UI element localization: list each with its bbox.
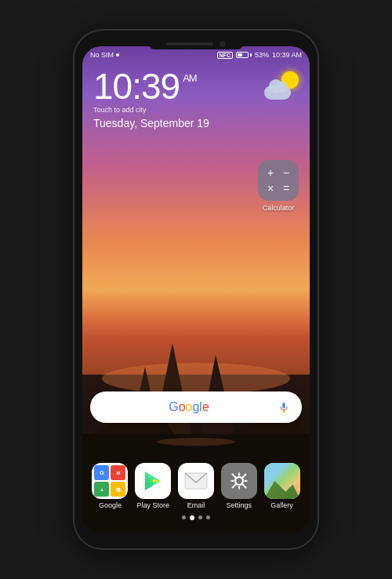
calc-minus: − [283, 167, 289, 178]
email-icon [178, 463, 214, 499]
status-left: No SIM [90, 51, 119, 59]
google-search-bar[interactable]: Google [90, 391, 302, 423]
page-dot-3[interactable] [206, 515, 210, 519]
mic-button[interactable] [277, 400, 291, 414]
calculator-app-icon[interactable]: + − × = Calculator [258, 160, 299, 212]
google-app-icon: G M ▲ ▣ [92, 463, 128, 499]
home-screen[interactable]: No SIM NFC 53% 10:39 AM [82, 46, 310, 533]
playstore-label: Play Store [136, 501, 169, 509]
calc-plus: + [267, 167, 274, 178]
svg-point-1 [102, 362, 290, 394]
battery-fill [238, 53, 242, 56]
gallery-app[interactable]: Gallery [264, 463, 300, 509]
phone-screen: No SIM NFC 53% 10:39 AM [82, 46, 310, 533]
settings-icon [221, 463, 257, 499]
email-label: Email [187, 501, 205, 509]
gallery-mountain [264, 481, 300, 499]
gmail-mini: M [111, 465, 125, 480]
battery-percent: 53% [255, 51, 269, 59]
top-bezel [149, 38, 243, 49]
clock-time-text: 10:39 [93, 68, 180, 104]
battery-icon [236, 52, 252, 58]
calc-equals: = [283, 183, 289, 194]
photos-mini: ▣ [111, 482, 125, 497]
cloud-icon [264, 86, 291, 100]
playstore-app[interactable]: Play Store [135, 463, 171, 509]
phone-device: No SIM NFC 53% 10:39 AM [74, 31, 318, 548]
email-app[interactable]: Email [178, 463, 214, 509]
front-camera [220, 41, 226, 47]
signal-indicator [116, 53, 119, 56]
weather-widget[interactable] [264, 71, 299, 100]
svg-point-8 [157, 438, 235, 446]
page-dot-1-active[interactable] [190, 515, 194, 520]
playstore-icon [135, 463, 171, 499]
calc-multiply: × [267, 183, 274, 194]
gallery-icon [264, 463, 300, 499]
page-dot-0[interactable] [182, 515, 186, 519]
gallery-thumbnail [264, 463, 300, 499]
status-right: NFC 53% 10:39 AM [217, 51, 302, 59]
google-letter-g2: g [192, 400, 199, 413]
gallery-label: Gallery [270, 501, 293, 509]
google-letter-o1: o [179, 400, 186, 413]
carrier-text: No SIM [90, 51, 114, 59]
calculator-icon: + − × = [258, 160, 299, 201]
battery-tip [250, 53, 252, 56]
status-time: 10:39 AM [272, 51, 302, 59]
speaker [166, 42, 213, 46]
google-g-mini: G [94, 465, 109, 480]
page-indicator [82, 515, 310, 520]
google-letter-g: G [169, 400, 178, 413]
clock-date: Tuesday, September 19 [93, 117, 209, 129]
weather-icon [264, 71, 299, 100]
settings-label: Settings [227, 501, 252, 509]
google-letter-e: e [202, 400, 209, 413]
svg-point-17 [235, 477, 243, 485]
google-app-label: Google [99, 501, 122, 509]
clock-subtitle: Touch to add city [93, 106, 209, 114]
clock-time-display: 10:39 AM [93, 68, 209, 104]
calculator-label: Calculator [263, 204, 295, 212]
page-dot-2[interactable] [198, 515, 202, 519]
google-app[interactable]: G M ▲ ▣ Google [92, 463, 128, 509]
maps-mini: ▲ [94, 482, 109, 497]
google-logo: Google [101, 400, 277, 414]
clock-widget[interactable]: 10:39 AM Touch to add city Tuesday, Sept… [93, 68, 209, 129]
clock-ampm: AM [183, 73, 197, 83]
settings-app[interactable]: Settings [221, 463, 257, 509]
nfc-icon: NFC [217, 52, 233, 59]
app-dock: G M ▲ ▣ Google [82, 463, 310, 509]
svg-rect-9 [282, 402, 285, 408]
